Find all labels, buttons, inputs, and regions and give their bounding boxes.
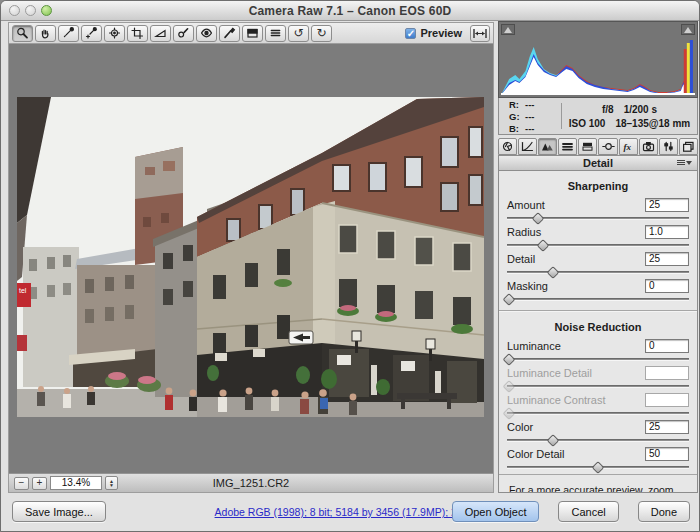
- zoom-level-stepper[interactable]: ▲▼: [105, 476, 118, 490]
- tab-basic[interactable]: [498, 138, 517, 155]
- crop-tool[interactable]: [127, 25, 148, 42]
- status-bar: − + 13.4% ▲▼ IMG_1251.CR2: [9, 473, 493, 492]
- radius-label: Radius: [507, 226, 541, 238]
- zoom-in-button[interactable]: +: [32, 477, 47, 490]
- r-value: ---: [525, 99, 535, 110]
- tab-snapshots[interactable]: [679, 138, 698, 155]
- luminance-slider-track[interactable]: [507, 358, 689, 361]
- rotate-ccw-button[interactable]: ↺: [288, 25, 309, 42]
- fx-icon: fx: [622, 141, 635, 152]
- detail-label: Detail: [507, 253, 535, 265]
- masking-value-field[interactable]: 0: [645, 279, 689, 293]
- luminance-value-field[interactable]: 0: [645, 339, 689, 353]
- shutter-value: 1/200 s: [624, 104, 657, 115]
- zoom-window-button[interactable]: [41, 5, 52, 16]
- save-image-button[interactable]: Save Image...: [12, 501, 106, 522]
- detail-slider-row: Detail 25: [507, 252, 689, 274]
- title-bar: Camera Raw 7.1 – Canon EOS 60D: [1, 1, 699, 21]
- graduated-filter-tool[interactable]: [242, 25, 263, 42]
- zoom-tool[interactable]: [12, 25, 33, 42]
- noise-reduction-section-title: Noise Reduction: [507, 321, 689, 333]
- color-slider-row: Color 25: [507, 420, 689, 442]
- masking-slider-row: Masking 0: [507, 279, 689, 301]
- preview-checkbox[interactable]: ✓: [405, 28, 416, 39]
- rotate-cw-button[interactable]: ↻: [311, 25, 332, 42]
- masking-slider-track[interactable]: [507, 298, 689, 301]
- magnifier-icon: [16, 27, 29, 39]
- hand-tool[interactable]: [35, 25, 56, 42]
- tab-hsl-grayscale[interactable]: [558, 138, 577, 155]
- radius-slider-thumb[interactable]: [537, 239, 550, 252]
- g-value: ---: [525, 111, 535, 122]
- fullscreen-toggle-button[interactable]: [470, 25, 490, 42]
- color-detail-value-field[interactable]: 50: [645, 447, 689, 461]
- color-sampler-tool[interactable]: [81, 25, 102, 42]
- amount-slider-track[interactable]: [507, 217, 689, 220]
- amount-value-field[interactable]: 25: [645, 198, 689, 212]
- radius-slider-track[interactable]: [507, 244, 689, 247]
- split-icon: [581, 141, 594, 152]
- preview-toggle[interactable]: ✓ Preview: [405, 27, 462, 39]
- image-preview-area[interactable]: tel: [8, 44, 494, 493]
- detail-slider-thumb[interactable]: [546, 266, 559, 279]
- lens-icon: [602, 141, 615, 152]
- luminance-label: Luminance: [507, 340, 561, 352]
- tab-detail[interactable]: [538, 138, 557, 155]
- detail-slider-track[interactable]: [507, 271, 689, 274]
- tab-split-toning[interactable]: [578, 138, 597, 155]
- color-value-field[interactable]: 25: [645, 420, 689, 434]
- photo-preview[interactable]: tel: [17, 97, 484, 417]
- color-detail-slider-thumb[interactable]: [592, 461, 605, 474]
- close-window-button[interactable]: [9, 5, 20, 16]
- color-slider-thumb[interactable]: [546, 434, 559, 447]
- histogram-plot: [501, 39, 695, 95]
- targeted-adjustment-tool[interactable]: [104, 25, 125, 42]
- section-divider: [499, 310, 697, 312]
- crop-icon: [131, 27, 144, 39]
- hsl-icon: [561, 141, 574, 152]
- tab-tone-curve[interactable]: [518, 138, 537, 155]
- shadow-clipping-warning-button[interactable]: [501, 24, 515, 35]
- tab-camera-calibration[interactable]: [639, 138, 658, 155]
- color-detail-label: Color Detail: [507, 448, 564, 460]
- white-balance-tool[interactable]: [58, 25, 79, 42]
- luminance-detail-label: Luminance Detail: [507, 367, 592, 379]
- panel-note: For a more accurate preview, zoom the pr…: [499, 474, 697, 493]
- luminance-slider-thumb[interactable]: [502, 353, 515, 366]
- cancel-button[interactable]: Cancel: [558, 501, 618, 522]
- open-object-button[interactable]: Open Object: [452, 501, 540, 522]
- right-panel: R:--- G:--- B:--- f/8 1/200 s ISO 100 18…: [498, 21, 698, 493]
- amount-slider-thumb[interactable]: [532, 212, 545, 225]
- highlight-clipping-warning-button[interactable]: [681, 24, 695, 35]
- color-slider-track[interactable]: [507, 439, 689, 442]
- color-label: Color: [507, 421, 533, 433]
- workflow-options-link[interactable]: Adobe RGB (1998); 8 bit; 5184 by 3456 (1…: [215, 506, 486, 518]
- luminance-detail-slider-row: Luminance Detail: [507, 366, 689, 388]
- b-value: ---: [525, 123, 535, 134]
- detail-value-field[interactable]: 25: [645, 252, 689, 266]
- tab-lens-corrections[interactable]: [598, 138, 617, 155]
- tab-presets[interactable]: [659, 138, 678, 155]
- zoom-level-field[interactable]: 13.4%: [50, 476, 102, 490]
- camera-raw-window: Camera Raw 7.1 – Canon EOS 60D ↺↻ ✓ Prev…: [0, 0, 700, 532]
- red-eye-tool[interactable]: [196, 25, 217, 42]
- toolbar: ↺↻ ✓ Preview: [8, 22, 494, 44]
- amount-label: Amount: [507, 199, 545, 211]
- spot-removal-tool[interactable]: [173, 25, 194, 42]
- rotate-cw-icon: ↻: [316, 27, 326, 39]
- tab-effects[interactable]: fx: [619, 138, 638, 155]
- adjustment-brush-tool[interactable]: [219, 25, 240, 42]
- minimize-window-button[interactable]: [25, 5, 36, 16]
- masking-slider-thumb[interactable]: [502, 293, 515, 306]
- panel-menu-icon[interactable]: [677, 160, 692, 165]
- preferences-button[interactable]: [265, 25, 286, 42]
- masking-label: Masking: [507, 280, 548, 292]
- histogram: [498, 21, 698, 98]
- done-button[interactable]: Done: [638, 501, 690, 522]
- left-pane: ↺↻ ✓ Preview: [8, 22, 494, 493]
- radius-value-field[interactable]: 1.0: [645, 225, 689, 239]
- color-detail-slider-track[interactable]: [507, 466, 689, 469]
- detail-panel-header: Detail: [498, 155, 698, 171]
- zoom-out-button[interactable]: −: [14, 477, 29, 490]
- straighten-tool[interactable]: [150, 25, 171, 42]
